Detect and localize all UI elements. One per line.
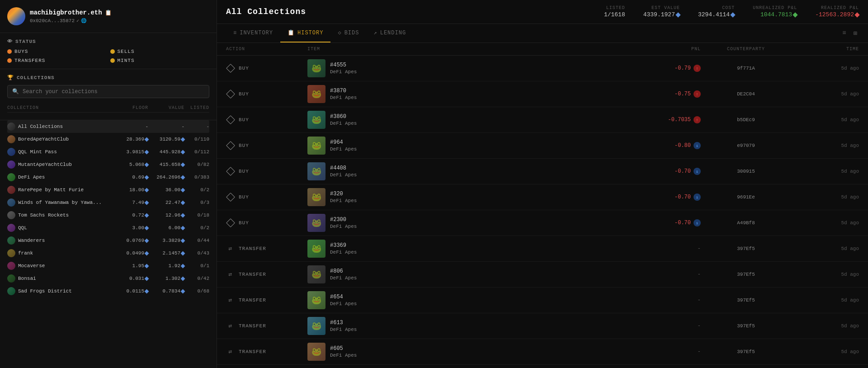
item-id: #2300	[330, 217, 357, 223]
tab-bids[interactable]: ◇ BIDS	[330, 24, 366, 42]
collection-floor: 0.0499	[112, 250, 148, 256]
collection-floor: 3.9815	[112, 149, 148, 155]
search-box[interactable]: 🔍	[7, 85, 209, 98]
collection-name-cell: DeFi Apes	[7, 173, 112, 181]
cost-label: COST	[722, 5, 735, 10]
collections-table-header: COLLECTION FLOOR VALUE LISTED	[7, 104, 209, 113]
trophy-icon: 🏆	[7, 75, 14, 80]
table-row[interactable]: BUY 🐸 #4555 DeFi Apes -0.79! 9f771A 5d a…	[217, 56, 868, 81]
list-item[interactable]: DeFi Apes 0.69 264.2696 0/383	[7, 171, 209, 184]
table-row[interactable]: BUY 🐸 #4408 DeFi Apes -0.70i 300915 5d a…	[217, 159, 868, 184]
list-item[interactable]: Bonsai 0.031 1.302 0/42	[7, 272, 209, 285]
header-stats: LISTED 1/1618 EST VALUE 4339.1927 COST 3…	[604, 5, 859, 18]
nft-thumbnail: 🐸	[307, 162, 326, 180]
collection-floor: 28.369	[112, 137, 148, 142]
transfers-dot	[7, 58, 12, 63]
action-cell: BUY	[226, 90, 307, 99]
item-cell: 🐸 #4555 DeFi Apes	[307, 59, 633, 77]
collection-name: MutantApeYachtClub	[18, 162, 72, 167]
collection-listed: 0/3	[184, 200, 209, 205]
list-item[interactable]: RarePepe by Matt Furie 18.00 36.00 0/2	[7, 184, 209, 196]
collection-floor: 1.95	[112, 263, 148, 269]
list-view-icon[interactable]: ≡	[840, 28, 848, 39]
item-id: #654	[330, 294, 357, 300]
lending-icon: ↗	[373, 29, 377, 36]
tab-inventory[interactable]: ≡ INVENTORY	[226, 24, 280, 42]
search-input[interactable]	[23, 89, 204, 95]
grid-view-icon[interactable]: ⊞	[852, 28, 859, 39]
main-content: All Collections LISTED 1/1618 EST VALUE …	[217, 0, 868, 368]
counterparty-cell: 397Ef5	[701, 272, 791, 277]
collection-floor: 0.72	[112, 212, 148, 218]
pnl-value: -0.79	[675, 65, 691, 71]
list-item[interactable]: MutantApeYachtClub 5.068 415.658 0/82	[7, 158, 209, 171]
nft-thumbnail: 🐸	[307, 85, 326, 103]
tab-history[interactable]: 📋 HISTORY	[280, 24, 330, 42]
mints-dot	[110, 58, 115, 63]
action-label: BUY	[239, 66, 249, 71]
tab-lending[interactable]: ↗ LENDING	[366, 24, 413, 42]
unrealized-pnl-label: UNREALIZED P&L	[753, 5, 797, 10]
all-collections-avatar	[7, 123, 15, 131]
counterparty-cell: 397Ef5	[701, 349, 791, 354]
external-link-icon[interactable]: 🌐	[81, 18, 86, 24]
counterparty-cell: 9691Ee	[701, 194, 791, 200]
item-id: #964	[330, 139, 357, 146]
buy-icon	[226, 115, 235, 124]
list-item[interactable]: QQL 3.00 6.00 0/2	[7, 222, 209, 234]
list-item[interactable]: Sad Frogs District 0.0115 0.7834 0/68	[7, 285, 209, 297]
action-cell: ⇄ TRANSFER	[226, 244, 307, 253]
counterparty-cell: DE2C04	[701, 91, 791, 97]
list-item[interactable]: Wanderers 0.0769 3.3829 0/44	[7, 234, 209, 247]
pnl-badge-red: !	[693, 65, 701, 72]
status-sells[interactable]: SELLS	[110, 49, 210, 54]
table-row[interactable]: ⇄ TRANSFER 🐸 #605 DeFi Apes - 397Ef5 5d …	[217, 339, 868, 365]
table-row[interactable]: BUY 🐸 #320 DeFi Apes -0.70i 9691Ee 5d ag…	[217, 184, 868, 210]
unrealized-pnl-value: 1044.7813	[760, 11, 797, 18]
time-cell: 5d ago	[791, 246, 859, 251]
th-counterparty: COUNTERPARTY	[701, 47, 791, 52]
table-row[interactable]: BUY 🐸 #2300 DeFi Apes -0.70i A49Bf8 5d a…	[217, 210, 868, 236]
list-item[interactable]: BoredApeYachtClub 28.369 3120.59 0/110	[7, 133, 209, 146]
table-row[interactable]: ⇄ TRANSFER 🐸 #468 DeFi Apes - 397Ef5 5d …	[217, 365, 868, 368]
item-cell: 🐸 #3369 DeFi Apes	[307, 240, 633, 258]
collection-avatar	[7, 173, 15, 181]
action-icon-wrap: ⇄	[226, 244, 235, 253]
collection-floor: 0.0115	[112, 288, 148, 294]
collection-name: Sad Frogs District	[18, 288, 72, 294]
pnl-value: -0.70	[675, 194, 691, 200]
list-item[interactable]: Winds of Yawanawa by Yawa... 7.49 22.47 …	[7, 196, 209, 209]
table-row[interactable]: BUY 🐸 #3870 DeFi Apes -0.75! DE2C04 5d a…	[217, 81, 868, 107]
time-cell: 5d ago	[791, 297, 859, 303]
list-item[interactable]: QQL Mint Pass 3.9815 445.928 0/112	[7, 146, 209, 158]
action-label: BUY	[239, 194, 249, 200]
collection-name-cell: BoredApeYachtClub	[7, 135, 112, 143]
table-row[interactable]: BUY 🐸 #964 DeFi Apes -0.80i e97079 5d ag…	[217, 133, 868, 159]
item-id: #320	[330, 191, 357, 197]
table-row[interactable]: ⇄ TRANSFER 🐸 #613 DeFi Apes - 397Ef5 5d …	[217, 313, 868, 339]
status-transfers[interactable]: TRANSFERS	[7, 58, 107, 63]
sells-dot	[110, 49, 115, 54]
list-item[interactable]: Tom Sachs Rockets 0.72 12.96 0/18	[7, 209, 209, 222]
table-row[interactable]: ⇄ TRANSFER 🐸 #654 DeFi Apes - 397Ef5 5d …	[217, 288, 868, 313]
table-row[interactable]: ⇄ TRANSFER 🐸 #3369 DeFi Apes - 397Ef5 5d…	[217, 236, 868, 262]
action-icon-wrap: ⇄	[226, 321, 235, 330]
pnl-badge-blue: i	[693, 219, 701, 226]
copy-address-icon[interactable]: 📋	[105, 9, 112, 16]
collection-row-all[interactable]: All Collections - - -	[7, 120, 209, 133]
table-row[interactable]: ⇄ TRANSFER 🐸 #806 DeFi Apes - 397Ef5 5d …	[217, 262, 868, 288]
status-buys[interactable]: BUYS	[7, 49, 107, 54]
collection-name-cell: QQL	[7, 224, 112, 232]
stat-realized-pnl: REALIZED P&L -12563.2892	[815, 5, 859, 18]
table-row[interactable]: BUY 🐸 #3860 DeFi Apes -0.7035! b5DEc9 5d…	[217, 107, 868, 133]
list-item[interactable]: Mocaverse 1.95 1.92 0/1	[7, 259, 209, 272]
mints-label: MINTS	[118, 58, 135, 63]
transfer-icon: ⇄	[229, 322, 233, 330]
history-icon: 📋	[288, 29, 295, 36]
status-mints[interactable]: MINTS	[110, 58, 210, 63]
list-item[interactable]: frank 0.0499 2.1457 0/43	[7, 247, 209, 259]
collection-floor: 18.00	[112, 187, 148, 193]
collection-value: 415.658	[148, 162, 184, 167]
action-icon-wrap	[226, 115, 235, 124]
collection-name-cell: QQL Mint Pass	[7, 148, 112, 156]
